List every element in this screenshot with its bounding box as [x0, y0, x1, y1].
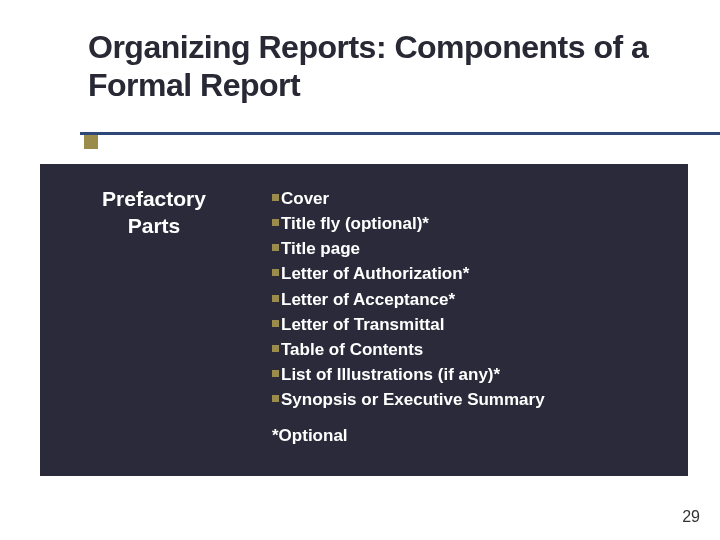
item-text: List of Illustrations (if any)*	[281, 362, 500, 387]
item-text: Table of Contents	[281, 337, 423, 362]
item-text: Title page	[281, 236, 360, 261]
slide: Organizing Reports: Components of a Form…	[0, 0, 720, 540]
list-item: Letter of Transmittal	[272, 312, 682, 337]
list-item: Letter of Acceptance*	[272, 287, 682, 312]
bullet-icon	[272, 194, 279, 201]
list-item: Title fly (optional)*	[272, 211, 682, 236]
bullet-icon	[272, 295, 279, 302]
list-item: Synopsis or Executive Summary	[272, 387, 682, 412]
item-text: Letter of Authorization*	[281, 261, 469, 286]
footnote: *Optional	[272, 426, 682, 446]
list-item: Letter of Authorization*	[272, 261, 682, 286]
list-item: Title page	[272, 236, 682, 261]
title-underline	[80, 132, 720, 135]
bullet-icon	[272, 244, 279, 251]
bullet-icon	[272, 320, 279, 327]
item-text: Letter of Acceptance*	[281, 287, 455, 312]
bullet-icon	[272, 395, 279, 402]
list-item: Table of Contents	[272, 337, 682, 362]
bullet-icon	[272, 345, 279, 352]
page-number: 29	[682, 508, 700, 526]
item-list: Cover Title fly (optional)* Title page L…	[272, 186, 682, 446]
item-text: Synopsis or Executive Summary	[281, 387, 545, 412]
item-text: Cover	[281, 186, 329, 211]
list-item: List of Illustrations (if any)*	[272, 362, 682, 387]
bullet-icon	[272, 269, 279, 276]
section-label-line1: Prefactory	[54, 186, 254, 213]
bullet-icon	[272, 219, 279, 226]
bullet-icon	[272, 370, 279, 377]
title-accent-square	[84, 135, 98, 149]
content-box: Prefactory Parts Cover Title fly (option…	[40, 164, 688, 476]
slide-title: Organizing Reports: Components of a Form…	[34, 28, 686, 105]
item-text: Letter of Transmittal	[281, 312, 444, 337]
section-label-line2: Parts	[54, 213, 254, 240]
section-label: Prefactory Parts	[54, 186, 254, 240]
item-text: Title fly (optional)*	[281, 211, 429, 236]
list-item: Cover	[272, 186, 682, 211]
